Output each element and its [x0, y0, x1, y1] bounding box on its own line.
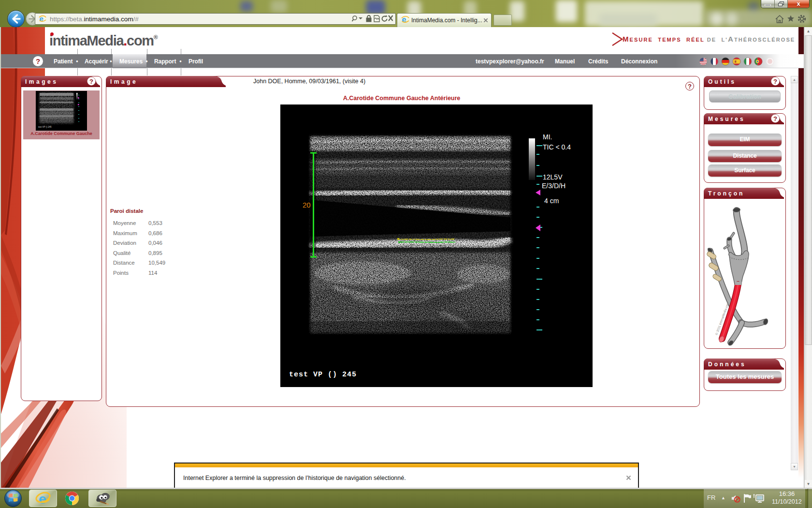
svg-text:Images: Images — [25, 78, 58, 85]
svg-text:test VP () 245: test VP () 245 — [38, 126, 52, 128]
svg-text:E/3/D/H: E/3/D/H — [542, 182, 566, 190]
svg-text:e: e — [39, 492, 46, 506]
svg-text:?: ? — [773, 115, 777, 122]
svg-text:test VP () 245: test VP () 245 — [289, 371, 357, 379]
svg-text:TIC < 0.4: TIC < 0.4 — [543, 143, 571, 151]
svg-text:4 cm: 4 cm — [544, 197, 559, 205]
svg-text:12L5V: 12L5V — [543, 173, 563, 181]
svg-text:?: ? — [89, 78, 93, 85]
svg-text:Mesures: Mesures — [708, 116, 745, 122]
svg-text:Tronçon: Tronçon — [708, 190, 744, 197]
svg-text:Image: Image — [110, 78, 138, 85]
svg-text:MI.: MI. — [543, 133, 552, 141]
svg-text:20: 20 — [303, 201, 311, 209]
svg-text:Données: Données — [708, 361, 746, 368]
svg-text:?: ? — [773, 78, 777, 85]
svg-text:Outils: Outils — [708, 78, 736, 85]
